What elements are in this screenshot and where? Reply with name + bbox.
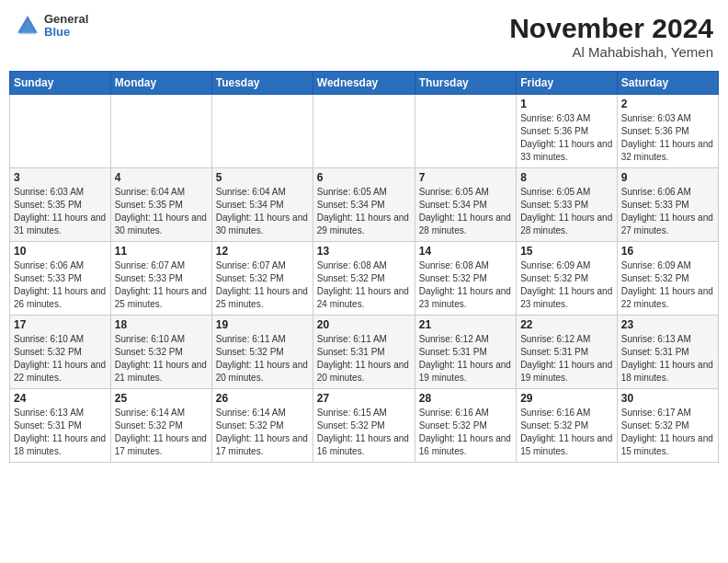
day-info: Sunrise: 6:13 AM Sunset: 5:31 PM Dayligh…	[14, 407, 107, 458]
day-number: 7	[419, 171, 512, 184]
day-number: 24	[14, 392, 107, 405]
calendar-cell: 28Sunrise: 6:16 AM Sunset: 5:32 PM Dayli…	[415, 389, 516, 463]
page-header: General Blue November 2024 Al Mahabishah…	[9, 9, 719, 63]
logo: General Blue	[15, 13, 88, 40]
day-info: Sunrise: 6:04 AM Sunset: 5:34 PM Dayligh…	[216, 186, 309, 237]
day-of-week-header: Tuesday	[211, 72, 313, 95]
day-number: 1	[520, 98, 613, 110]
day-info: Sunrise: 6:06 AM Sunset: 5:33 PM Dayligh…	[14, 259, 107, 311]
day-of-week-header: Monday	[110, 72, 211, 95]
day-number: 5	[216, 171, 309, 184]
day-number: 18	[115, 318, 208, 331]
calendar-cell: 2Sunrise: 6:03 AM Sunset: 5:36 PM Daylig…	[617, 95, 718, 168]
calendar-week-row: 1Sunrise: 6:03 AM Sunset: 5:36 PM Daylig…	[10, 95, 719, 168]
calendar-cell: 7Sunrise: 6:05 AM Sunset: 5:34 PM Daylig…	[415, 168, 516, 242]
day-number: 11	[115, 245, 208, 258]
calendar-cell: 13Sunrise: 6:08 AM Sunset: 5:32 PM Dayli…	[313, 242, 415, 316]
day-of-week-header: Friday	[517, 72, 618, 95]
day-info: Sunrise: 6:07 AM Sunset: 5:33 PM Dayligh…	[115, 259, 208, 311]
day-info: Sunrise: 6:05 AM Sunset: 5:34 PM Dayligh…	[317, 186, 411, 237]
calendar-cell: 6Sunrise: 6:05 AM Sunset: 5:34 PM Daylig…	[313, 168, 415, 242]
calendar-cell: 18Sunrise: 6:10 AM Sunset: 5:32 PM Dayli…	[110, 316, 211, 389]
day-number: 25	[115, 392, 208, 405]
calendar-cell: 15Sunrise: 6:09 AM Sunset: 5:32 PM Dayli…	[517, 242, 618, 316]
day-info: Sunrise: 6:17 AM Sunset: 5:32 PM Dayligh…	[621, 407, 714, 458]
day-info: Sunrise: 6:05 AM Sunset: 5:33 PM Dayligh…	[520, 186, 613, 237]
calendar-cell: 1Sunrise: 6:03 AM Sunset: 5:36 PM Daylig…	[517, 95, 618, 168]
day-info: Sunrise: 6:04 AM Sunset: 5:35 PM Dayligh…	[115, 186, 208, 237]
day-number: 3	[14, 171, 107, 184]
calendar-week-row: 10Sunrise: 6:06 AM Sunset: 5:33 PM Dayli…	[10, 242, 719, 316]
calendar-cell: 11Sunrise: 6:07 AM Sunset: 5:33 PM Dayli…	[110, 242, 211, 316]
day-info: Sunrise: 6:03 AM Sunset: 5:36 PM Dayligh…	[621, 112, 714, 164]
day-of-week-header: Wednesday	[313, 72, 415, 95]
calendar-cell: 30Sunrise: 6:17 AM Sunset: 5:32 PM Dayli…	[617, 389, 718, 463]
calendar-cell: 26Sunrise: 6:14 AM Sunset: 5:32 PM Dayli…	[211, 389, 313, 463]
calendar-week-row: 17Sunrise: 6:10 AM Sunset: 5:32 PM Dayli…	[10, 316, 719, 389]
day-number: 27	[317, 392, 411, 405]
calendar-cell: 10Sunrise: 6:06 AM Sunset: 5:33 PM Dayli…	[10, 242, 111, 316]
day-info: Sunrise: 6:10 AM Sunset: 5:32 PM Dayligh…	[14, 333, 107, 385]
day-number: 21	[419, 318, 512, 331]
calendar-cell	[110, 95, 211, 168]
day-info: Sunrise: 6:03 AM Sunset: 5:36 PM Dayligh…	[520, 112, 613, 164]
day-info: Sunrise: 6:13 AM Sunset: 5:31 PM Dayligh…	[621, 333, 714, 385]
day-number: 14	[419, 245, 512, 258]
day-number: 29	[520, 392, 613, 405]
day-info: Sunrise: 6:09 AM Sunset: 5:32 PM Dayligh…	[621, 259, 714, 311]
day-number: 26	[216, 392, 309, 405]
calendar-cell: 8Sunrise: 6:05 AM Sunset: 5:33 PM Daylig…	[517, 168, 618, 242]
calendar-cell: 21Sunrise: 6:12 AM Sunset: 5:31 PM Dayli…	[415, 316, 516, 389]
day-number: 4	[115, 171, 208, 184]
day-number: 6	[317, 171, 411, 184]
day-of-week-header: Sunday	[10, 72, 111, 95]
calendar-cell	[415, 95, 516, 168]
day-of-week-header: Thursday	[415, 72, 516, 95]
day-number: 30	[621, 392, 714, 405]
title-block: November 2024 Al Mahabishah, Yemen	[509, 13, 713, 60]
day-info: Sunrise: 6:12 AM Sunset: 5:31 PM Dayligh…	[520, 333, 613, 385]
calendar-cell: 25Sunrise: 6:14 AM Sunset: 5:32 PM Dayli…	[110, 389, 211, 463]
calendar-week-row: 3Sunrise: 6:03 AM Sunset: 5:35 PM Daylig…	[10, 168, 719, 242]
day-info: Sunrise: 6:08 AM Sunset: 5:32 PM Dayligh…	[317, 259, 411, 311]
calendar-cell: 16Sunrise: 6:09 AM Sunset: 5:32 PM Dayli…	[617, 242, 718, 316]
logo-text: General Blue	[44, 13, 88, 40]
calendar-subtitle: Al Mahabishah, Yemen	[509, 44, 713, 60]
day-info: Sunrise: 6:10 AM Sunset: 5:32 PM Dayligh…	[115, 333, 208, 385]
calendar-cell: 23Sunrise: 6:13 AM Sunset: 5:31 PM Dayli…	[617, 316, 718, 389]
day-number: 20	[317, 318, 411, 331]
calendar-cell: 4Sunrise: 6:04 AM Sunset: 5:35 PM Daylig…	[110, 168, 211, 242]
calendar-cell: 5Sunrise: 6:04 AM Sunset: 5:34 PM Daylig…	[211, 168, 313, 242]
calendar-cell: 14Sunrise: 6:08 AM Sunset: 5:32 PM Dayli…	[415, 242, 516, 316]
day-number: 22	[520, 318, 613, 331]
day-number: 2	[621, 98, 714, 110]
calendar-cell: 3Sunrise: 6:03 AM Sunset: 5:35 PM Daylig…	[10, 168, 111, 242]
day-info: Sunrise: 6:16 AM Sunset: 5:32 PM Dayligh…	[419, 407, 512, 458]
day-number: 12	[216, 245, 309, 258]
calendar-cell: 24Sunrise: 6:13 AM Sunset: 5:31 PM Dayli…	[10, 389, 111, 463]
calendar-cell	[211, 95, 313, 168]
day-info: Sunrise: 6:14 AM Sunset: 5:32 PM Dayligh…	[115, 407, 208, 458]
logo-line1: General	[44, 13, 88, 26]
day-info: Sunrise: 6:11 AM Sunset: 5:31 PM Dayligh…	[317, 333, 411, 385]
calendar-title: November 2024	[509, 13, 713, 44]
day-info: Sunrise: 6:03 AM Sunset: 5:35 PM Dayligh…	[14, 186, 107, 237]
logo-icon	[15, 13, 40, 39]
day-number: 19	[216, 318, 309, 331]
day-of-week-header: Saturday	[617, 72, 718, 95]
day-number: 8	[520, 171, 613, 184]
calendar-cell: 12Sunrise: 6:07 AM Sunset: 5:32 PM Dayli…	[211, 242, 313, 316]
day-info: Sunrise: 6:06 AM Sunset: 5:33 PM Dayligh…	[621, 186, 714, 237]
calendar-cell: 27Sunrise: 6:15 AM Sunset: 5:32 PM Dayli…	[313, 389, 415, 463]
day-number: 9	[621, 171, 714, 184]
day-info: Sunrise: 6:14 AM Sunset: 5:32 PM Dayligh…	[216, 407, 309, 458]
calendar-cell: 17Sunrise: 6:10 AM Sunset: 5:32 PM Dayli…	[10, 316, 111, 389]
day-info: Sunrise: 6:15 AM Sunset: 5:32 PM Dayligh…	[317, 407, 411, 458]
day-number: 28	[419, 392, 512, 405]
calendar-week-row: 24Sunrise: 6:13 AM Sunset: 5:31 PM Dayli…	[10, 389, 719, 463]
calendar-table: SundayMondayTuesdayWednesdayThursdayFrid…	[9, 71, 719, 463]
calendar-header-row: SundayMondayTuesdayWednesdayThursdayFrid…	[10, 72, 719, 95]
day-number: 13	[317, 245, 411, 258]
calendar-cell	[313, 95, 415, 168]
calendar-cell: 20Sunrise: 6:11 AM Sunset: 5:31 PM Dayli…	[313, 316, 415, 389]
